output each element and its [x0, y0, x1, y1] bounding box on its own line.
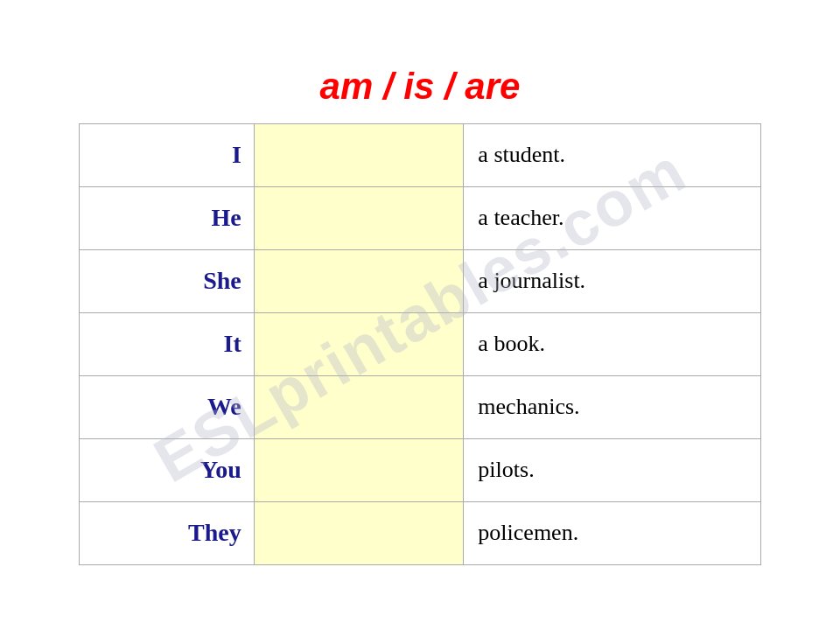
subject-cell: She	[80, 249, 255, 312]
completion-cell: policemen.	[464, 501, 761, 564]
answer-input-cell[interactable]	[254, 312, 464, 375]
subject-cell: They	[80, 501, 255, 564]
completion-cell: mechanics.	[464, 375, 761, 438]
subject-cell: It	[80, 312, 255, 375]
subject-cell: We	[80, 375, 255, 438]
table-row: Shea journalist.	[80, 249, 761, 312]
completion-cell: a journalist.	[464, 249, 761, 312]
table-row: Theypolicemen.	[80, 501, 761, 564]
answer-input-cell[interactable]	[254, 501, 464, 564]
page-title: am / is / are	[320, 66, 521, 108]
table-row: Ita book.	[80, 312, 761, 375]
table-row: Hea teacher.	[80, 186, 761, 249]
table-row: Ia student.	[80, 123, 761, 186]
table-row: Youpilots.	[80, 438, 761, 501]
subject-cell: He	[80, 186, 255, 249]
exercise-table: Ia student.Hea teacher.Shea journalist.I…	[79, 123, 761, 565]
answer-input-cell[interactable]	[254, 438, 464, 501]
completion-cell: a book.	[464, 312, 761, 375]
answer-input-cell[interactable]	[254, 375, 464, 438]
subject-cell: I	[80, 123, 255, 186]
answer-input-cell[interactable]	[254, 123, 464, 186]
table-row: Wemechanics.	[80, 375, 761, 438]
exercise-table-wrapper: Ia student.Hea teacher.Shea journalist.I…	[79, 123, 761, 565]
answer-input-cell[interactable]	[254, 186, 464, 249]
completion-cell: a teacher.	[464, 186, 761, 249]
completion-cell: a student.	[464, 123, 761, 186]
completion-cell: pilots.	[464, 438, 761, 501]
subject-cell: You	[80, 438, 255, 501]
answer-input-cell[interactable]	[254, 249, 464, 312]
